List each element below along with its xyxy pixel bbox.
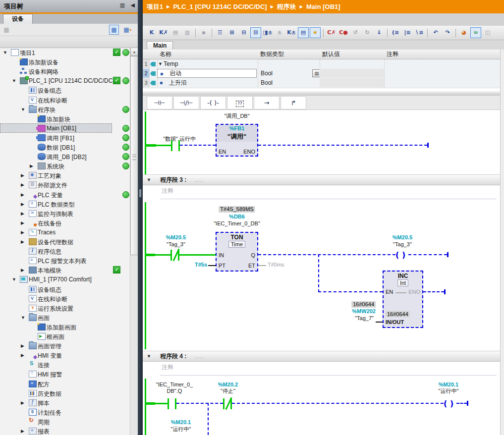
splitter-handle[interactable] <box>139 189 141 197</box>
call-environment-icon[interactable]: ◕ <box>458 27 469 38</box>
operand-address[interactable]: %M20.2 <box>218 381 238 388</box>
collapse-icon[interactable]: ▼ <box>3 50 8 55</box>
details-view-icon[interactable]: ▦ <box>109 25 119 35</box>
network-4-header[interactable]: ▼ 程序段 4 : ..... <box>143 351 500 362</box>
coil-address[interactable]: %M20.5 <box>392 234 412 241</box>
scrollbar-thumb[interactable] <box>130 56 138 255</box>
operand-address[interactable]: %M20.5 <box>166 234 186 241</box>
tree-item-报表[interactable]: ▶报表 <box>0 426 130 435</box>
tree-item-运行系统设置[interactable]: 运行系统设置 <box>0 303 130 313</box>
tree-item-在线备份[interactable]: ▶在线备份 <box>0 218 130 227</box>
name-edit-field[interactable]: 启动 <box>157 69 257 78</box>
coil-name[interactable]: "运行中" <box>439 388 459 394</box>
freeform-comments-icon[interactable]: ▤ <box>298 27 309 38</box>
tree-item-调用_DB--DB2-[interactable]: 调用_DB [DB2] <box>0 152 130 161</box>
collapse-panel-icon[interactable]: ◀ <box>131 2 135 8</box>
insert-row-icon[interactable]: ▤ <box>170 27 181 38</box>
instance-db-name[interactable]: "IEC_Timer_0_DB" <box>214 220 260 227</box>
set-breakpoint-icon[interactable]: (≡ <box>390 27 401 38</box>
tree-item-HMI_1--TP700-Comfort-[interactable]: ▼HMI_1 [TP700 Comfort] <box>0 274 130 284</box>
collapse-network-icon[interactable]: ▼ <box>147 177 151 182</box>
no-contact[interactable] <box>168 398 176 409</box>
panel-splitter[interactable] <box>138 0 143 435</box>
tree-item-系统块[interactable]: ▶系统块 <box>0 161 130 170</box>
operand-name[interactable]: "Tag_7" <box>355 315 374 322</box>
tree-item-周期[interactable]: 周期 <box>0 417 130 426</box>
coil-close[interactable]: ) <box>450 399 453 408</box>
tree-item-添加新画面[interactable]: 添加新画面 <box>0 322 130 331</box>
dock-panel-icon[interactable]: ▥ <box>120 2 125 8</box>
fb-call-block[interactable]: %FB1 "调用" EN ENO <box>216 124 258 157</box>
tree-item-设备代理数据[interactable]: ▶设备代理数据 <box>0 237 130 246</box>
tree-item-HMI-变量[interactable]: ▶HMI 变量 <box>0 350 130 360</box>
tree-item-PLC-报警文本列表[interactable]: PLC 报警文本列表 <box>0 256 130 265</box>
previous-error-icon[interactable]: C✗ <box>326 27 337 38</box>
name-cell[interactable]: 启动 <box>157 69 258 78</box>
nc-contact[interactable] <box>170 250 179 261</box>
absolute-operands-icon[interactable]: ◨± <box>262 27 273 38</box>
tree-item-Traces[interactable]: ▶Traces <box>0 227 130 237</box>
operand-name[interactable]: "运行中" <box>171 426 191 433</box>
operand-name[interactable]: DB".Q <box>167 388 182 394</box>
network-3-comment[interactable]: 注释 <box>160 185 497 199</box>
tree-item-设备组态[interactable]: 设备组态 <box>0 85 130 95</box>
tree-item-计划任务[interactable]: 计划任务 <box>0 407 130 417</box>
expand-icon[interactable]: ▶ <box>21 268 26 272</box>
coil-name[interactable]: "Tag_3" <box>393 241 412 248</box>
favorites-icon[interactable]: ★ <box>310 27 321 38</box>
tree-item-PLC-数据类型[interactable]: ▶PLC 数据类型 <box>0 199 130 209</box>
navigate-back-icon[interactable]: ↶ <box>430 27 441 38</box>
instance-db-label[interactable]: "调用_DB" <box>224 113 249 119</box>
tree-item-连接[interactable]: 连接 <box>0 360 130 369</box>
tree-item-设备和网络[interactable]: 设备和网络 <box>0 66 130 76</box>
tree-item-历史数据[interactable]: 历史数据 <box>0 388 130 398</box>
expand-networks-icon[interactable]: ⊞ <box>226 27 237 38</box>
inc-block[interactable]: INC Int EN ENO 16#0644 IN/OUT <box>383 271 423 328</box>
tree-item-在线和诊断[interactable]: 在线和诊断 <box>0 294 130 303</box>
symbolic-operands-icon[interactable]: ± <box>274 27 285 38</box>
tree-item-项目1[interactable]: ▼项目1✓ <box>0 48 130 57</box>
operand-name[interactable]: "停止" <box>221 388 235 394</box>
network-4-comment[interactable]: 注释 <box>160 362 497 376</box>
no-contact-button[interactable]: ⊣⊢ <box>147 96 172 109</box>
next-error-icon[interactable]: C● <box>338 27 349 38</box>
tree-item-程序块[interactable]: ▼程序块 <box>0 105 130 114</box>
breadcrumb-item[interactable]: 项目1 <box>147 3 163 10</box>
datatype-cell[interactable] <box>258 59 320 68</box>
ton-timer-block[interactable]: TON Time IN Q PT ET <box>216 232 258 272</box>
no-contact[interactable] <box>171 140 180 151</box>
tab-main-block[interactable]: Main <box>147 41 173 50</box>
datatype-cell[interactable]: Bool▤ <box>258 69 323 78</box>
tree-item-配方[interactable]: 配方 <box>0 379 130 388</box>
tree-item-监控与强制表[interactable]: ▶监控与强制表 <box>0 209 130 218</box>
monitoring-toggle-icon[interactable]: ∞ <box>470 27 481 38</box>
scroll-up-icon[interactable]: ▲ <box>130 48 138 56</box>
network-3-header[interactable]: ▼ 程序段 3 : ..... <box>143 174 500 185</box>
collapse-icon[interactable]: ▼ <box>21 107 26 112</box>
expand-icon[interactable]: ▶ <box>21 192 26 197</box>
comment-cell[interactable] <box>384 69 500 78</box>
block-datatype[interactable]: Int <box>397 279 408 286</box>
tree-item-数据--DB1-[interactable]: 数据 [DB1] <box>0 142 130 152</box>
collapse-network-icon[interactable]: ▼ <box>147 354 151 359</box>
breadcrumb-item[interactable]: PLC_1 [CPU 1214C DC/DC/DC] <box>173 3 267 10</box>
expand-icon[interactable]: ▶ <box>21 429 26 434</box>
network-overview-icon[interactable]: ☰ <box>215 27 225 38</box>
collapse-icon[interactable]: ▼ <box>12 78 17 83</box>
operand-display-icon[interactable]: K± <box>286 27 297 38</box>
new-folder-icon[interactable]: ▦ <box>2 25 11 34</box>
close-branch-button[interactable]: ↱ <box>280 96 306 109</box>
tree-item-添加新块[interactable]: 添加新块 <box>0 114 130 123</box>
enable-breakpoints-icon[interactable]: |≡ <box>402 27 413 38</box>
tree-item-在线和诊断[interactable]: 在线和诊断 <box>0 95 130 105</box>
header-name[interactable]: 名称 <box>157 50 261 59</box>
group-expander-icon[interactable]: ▼ <box>158 59 163 68</box>
collapse-icon[interactable]: ▼ <box>21 315 26 320</box>
tree-item-外部源文件[interactable]: ▶外部源文件 <box>0 180 130 189</box>
tree-item-调用--FB1-[interactable]: 调用 [FB1] <box>0 133 130 142</box>
header-comment[interactable]: 注释 <box>384 50 503 59</box>
tab-devices[interactable]: 设备 <box>3 14 33 24</box>
operand-address[interactable]: %MW202 <box>352 308 376 315</box>
operand-name[interactable]: "Tag_3" <box>167 241 185 248</box>
nc-contact-button[interactable]: ⊣/⊢ <box>173 96 199 109</box>
